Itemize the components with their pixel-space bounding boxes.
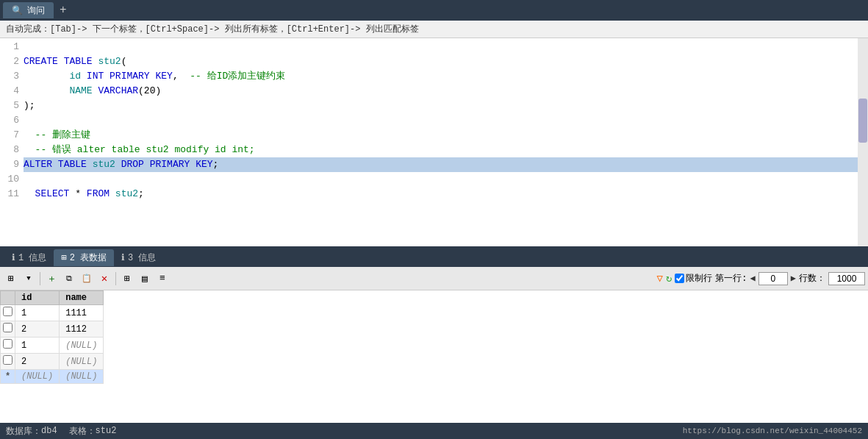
table-body: 1 1111 2 1112 1 (NULL) 2 (NULL) * (NULL)… bbox=[1, 305, 104, 384]
tabledata-icon: ⊞ bbox=[61, 252, 66, 263]
copy-row-button[interactable]: ⧉ bbox=[61, 271, 77, 287]
data-table: id name 1 1111 2 1112 1 (NULL) 2 (NULL) … bbox=[0, 290, 104, 384]
blog-url: https://blog.csdn.net/weixin_44004452 bbox=[683, 426, 862, 435]
rows-input[interactable] bbox=[828, 272, 865, 285]
row-check-1[interactable] bbox=[1, 321, 15, 338]
limit-checkbox-input[interactable] bbox=[675, 274, 684, 283]
new-row-id[interactable]: (NULL) bbox=[15, 370, 60, 384]
row-check-3[interactable] bbox=[1, 354, 15, 370]
filter-icon[interactable]: ▽ bbox=[656, 272, 662, 285]
add-row-button[interactable]: ＋ bbox=[43, 271, 60, 287]
new-row-name[interactable]: (NULL) bbox=[60, 370, 104, 384]
cell-name-0[interactable]: 1111 bbox=[60, 305, 104, 321]
paste-row-button[interactable]: 📋 bbox=[79, 271, 95, 287]
tab-bar: 🔍 询问 + bbox=[0, 0, 868, 21]
scrollbar-thumb[interactable] bbox=[858, 99, 867, 143]
db-value: db4 bbox=[41, 426, 57, 436]
new-row[interactable]: * (NULL) (NULL) bbox=[1, 370, 104, 384]
toolbar-right: ▽ ↻ 限制行 第一行: ◀ ▶ 行数： bbox=[656, 272, 865, 285]
query-icon: 🔍 bbox=[12, 5, 23, 16]
db-label: 数据库： bbox=[6, 425, 41, 438]
first-row-label: 第一行: bbox=[715, 272, 747, 285]
status-bar: 数据库： db4 表格： stu2 https://blog.csdn.net/… bbox=[0, 423, 868, 439]
col-name-header: name bbox=[60, 291, 104, 305]
hint-text: 自动完成：[Tab]-> 下一个标签，[Ctrl+Space]-> 列出所有标签… bbox=[6, 24, 419, 35]
first-row-input[interactable] bbox=[758, 272, 788, 285]
scrollbar-right[interactable] bbox=[858, 38, 868, 246]
table-header-row: id name bbox=[1, 291, 104, 305]
cell-id-2[interactable]: 1 bbox=[15, 338, 60, 354]
cell-name-3[interactable]: (NULL) bbox=[60, 354, 104, 370]
grid-button[interactable]: ⊞ bbox=[119, 271, 135, 287]
cell-id-1[interactable]: 2 bbox=[15, 321, 60, 338]
form-button[interactable]: ▤ bbox=[137, 271, 153, 287]
query-tab[interactable]: 🔍 询问 bbox=[3, 2, 54, 18]
toolbar-sep-2 bbox=[115, 272, 116, 285]
table-row[interactable]: 1 (NULL) bbox=[1, 338, 104, 354]
new-row-marker: * bbox=[1, 370, 15, 384]
table-value: stu2 bbox=[96, 426, 117, 436]
limit-row-checkbox[interactable]: 限制行 bbox=[675, 272, 712, 285]
toolbar-sep-1 bbox=[40, 272, 40, 285]
text-button[interactable]: ≡ bbox=[154, 271, 171, 287]
col-id-header: id bbox=[15, 291, 60, 305]
bottom-panel: ℹ 1 信息 ⊞ 2 表数据 ℹ 3 信息 ⊞ ▼ ＋ ⧉ 📋 ✕ ⊞ ▤ ≡ … bbox=[0, 246, 868, 423]
limit-label: 限制行 bbox=[686, 272, 712, 285]
tab-info1-label: 1 信息 bbox=[18, 251, 46, 264]
code-editor[interactable]: CREATE TABLE stu2( id INT PRIMARY KEY, -… bbox=[24, 38, 868, 246]
tab-info1[interactable]: ℹ 1 信息 bbox=[4, 249, 54, 266]
tab-info3-label: 3 信息 bbox=[128, 251, 156, 264]
data-toolbar: ⊞ ▼ ＋ ⧉ 📋 ✕ ⊞ ▤ ≡ ▽ ↻ 限制行 第一行: ◀ ▶ 行数： bbox=[0, 267, 868, 290]
col-check-header bbox=[1, 291, 15, 305]
table-row[interactable]: 1 1111 bbox=[1, 305, 104, 321]
grid-view-button[interactable]: ⊞ bbox=[3, 271, 19, 287]
cell-name-2[interactable]: (NULL) bbox=[60, 338, 104, 354]
table-row[interactable]: 2 1112 bbox=[1, 321, 104, 338]
editor-area: 1234567891011 CREATE TABLE stu2( id INT … bbox=[0, 38, 868, 246]
refresh-icon[interactable]: ↻ bbox=[666, 272, 672, 285]
prev-arrow[interactable]: ◀ bbox=[750, 273, 756, 284]
query-tab-label: 询问 bbox=[27, 4, 45, 17]
cell-name-1[interactable]: 1112 bbox=[60, 321, 104, 338]
info1-icon: ℹ bbox=[12, 252, 15, 263]
add-tab-button[interactable]: + bbox=[54, 2, 73, 18]
line-numbers: 1234567891011 bbox=[0, 38, 24, 246]
tab-tabledata-label: 2 表数据 bbox=[70, 251, 107, 264]
bottom-tabs: ℹ 1 信息 ⊞ 2 表数据 ℹ 3 信息 bbox=[0, 248, 868, 267]
hint-bar: 自动完成：[Tab]-> 下一个标签，[Ctrl+Space]-> 列出所有标签… bbox=[0, 21, 868, 38]
delete-row-button[interactable]: ✕ bbox=[96, 271, 112, 287]
info3-icon: ℹ bbox=[121, 252, 125, 263]
row-check-2[interactable] bbox=[1, 338, 15, 354]
rows-label: 行数： bbox=[799, 272, 825, 285]
table-label: 表格： bbox=[69, 425, 96, 438]
next-arrow[interactable]: ▶ bbox=[791, 273, 796, 284]
row-check-0[interactable] bbox=[1, 305, 15, 321]
dropdown-button[interactable]: ▼ bbox=[21, 271, 37, 287]
cell-id-3[interactable]: 2 bbox=[15, 354, 60, 370]
cell-id-0[interactable]: 1 bbox=[15, 305, 60, 321]
table-row[interactable]: 2 (NULL) bbox=[1, 354, 104, 370]
tab-tabledata[interactable]: ⊞ 2 表数据 bbox=[54, 249, 114, 266]
tab-info3[interactable]: ℹ 3 信息 bbox=[114, 249, 163, 266]
data-table-container: id name 1 1111 2 1112 1 (NULL) 2 (NULL) … bbox=[0, 290, 868, 423]
editor-content[interactable]: 1234567891011 CREATE TABLE stu2( id INT … bbox=[0, 38, 868, 246]
